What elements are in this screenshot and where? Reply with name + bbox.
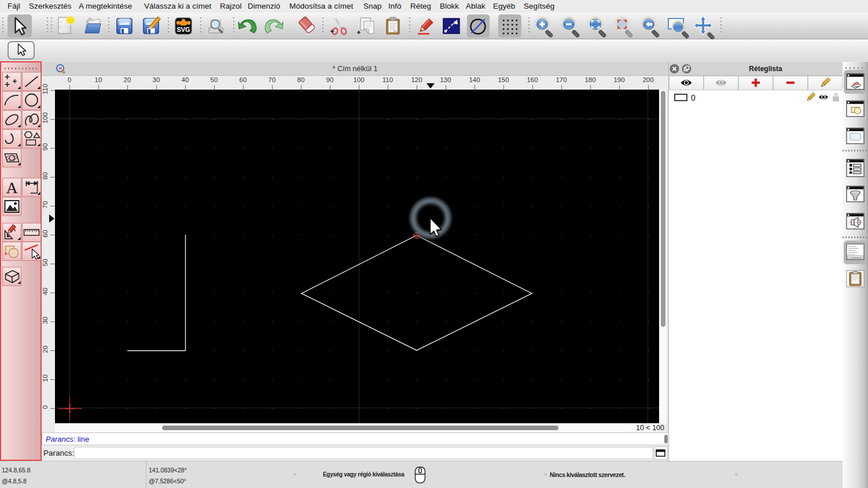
svg-text:SVG: SVG	[176, 26, 190, 33]
svg-text:c command: c command	[848, 256, 862, 259]
svg-text:0: 0	[691, 93, 696, 102]
svg-text:A: A	[6, 179, 18, 197]
